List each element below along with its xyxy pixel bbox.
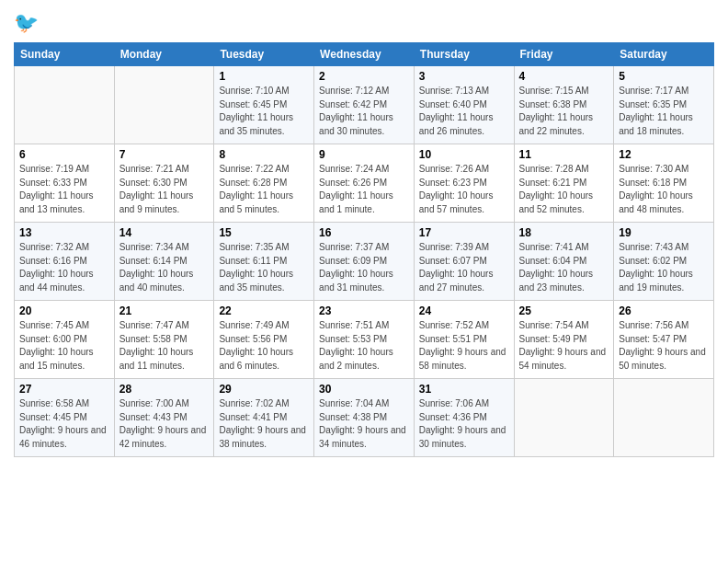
day-info: Sunrise: 7:28 AM Sunset: 6:21 PM Dayligh… bbox=[519, 163, 609, 216]
day-cell: 1Sunrise: 7:10 AM Sunset: 6:45 PM Daylig… bbox=[214, 66, 314, 144]
day-cell bbox=[514, 379, 614, 457]
day-cell: 15Sunrise: 7:35 AM Sunset: 6:11 PM Dayli… bbox=[214, 223, 314, 301]
day-info: Sunrise: 7:17 AM Sunset: 6:35 PM Dayligh… bbox=[619, 85, 709, 138]
day-cell: 19Sunrise: 7:43 AM Sunset: 6:02 PM Dayli… bbox=[614, 223, 714, 301]
day-cell: 9Sunrise: 7:24 AM Sunset: 6:26 PM Daylig… bbox=[314, 144, 415, 223]
day-cell: 14Sunrise: 7:34 AM Sunset: 6:14 PM Dayli… bbox=[114, 223, 214, 301]
day-cell: 7Sunrise: 7:21 AM Sunset: 6:30 PM Daylig… bbox=[114, 144, 214, 223]
day-cell: 10Sunrise: 7:26 AM Sunset: 6:23 PM Dayli… bbox=[414, 144, 514, 223]
day-info: Sunrise: 7:52 AM Sunset: 5:51 PM Dayligh… bbox=[419, 319, 509, 373]
day-info: Sunrise: 7:37 AM Sunset: 6:09 PM Dayligh… bbox=[319, 241, 409, 294]
day-number: 19 bbox=[619, 226, 709, 239]
day-number: 29 bbox=[219, 383, 309, 396]
logo-bird-icon: 🐦 bbox=[14, 9, 40, 35]
day-cell: 12Sunrise: 7:30 AM Sunset: 6:18 PM Dayli… bbox=[614, 144, 714, 223]
day-cell: 22Sunrise: 7:49 AM Sunset: 5:56 PM Dayli… bbox=[214, 301, 314, 379]
day-info: Sunrise: 7:39 AM Sunset: 6:07 PM Dayligh… bbox=[419, 241, 509, 294]
day-cell: 23Sunrise: 7:51 AM Sunset: 5:53 PM Dayli… bbox=[314, 301, 415, 379]
day-cell: 5Sunrise: 7:17 AM Sunset: 6:35 PM Daylig… bbox=[614, 66, 714, 144]
day-cell bbox=[15, 66, 115, 144]
day-number: 14 bbox=[119, 226, 210, 239]
day-info: Sunrise: 7:56 AM Sunset: 5:47 PM Dayligh… bbox=[619, 319, 709, 373]
day-number: 22 bbox=[219, 304, 309, 317]
day-cell: 24Sunrise: 7:52 AM Sunset: 5:51 PM Dayli… bbox=[414, 301, 514, 379]
day-info: Sunrise: 7:45 AM Sunset: 6:00 PM Dayligh… bbox=[19, 319, 109, 373]
day-cell: 11Sunrise: 7:28 AM Sunset: 6:21 PM Dayli… bbox=[514, 144, 614, 223]
day-info: Sunrise: 7:47 AM Sunset: 5:58 PM Dayligh… bbox=[119, 319, 210, 373]
day-number: 20 bbox=[19, 304, 109, 317]
day-number: 18 bbox=[519, 226, 609, 239]
week-row-3: 13Sunrise: 7:32 AM Sunset: 6:16 PM Dayli… bbox=[15, 223, 714, 301]
week-row-1: 1Sunrise: 7:10 AM Sunset: 6:45 PM Daylig… bbox=[15, 66, 714, 144]
day-number: 7 bbox=[119, 148, 210, 161]
day-number: 21 bbox=[119, 304, 210, 317]
day-info: Sunrise: 7:34 AM Sunset: 6:14 PM Dayligh… bbox=[119, 241, 210, 294]
day-number: 5 bbox=[619, 70, 709, 83]
day-cell: 6Sunrise: 7:19 AM Sunset: 6:33 PM Daylig… bbox=[15, 144, 115, 223]
day-number: 3 bbox=[419, 70, 509, 83]
week-row-5: 27Sunrise: 6:58 AM Sunset: 4:45 PM Dayli… bbox=[15, 379, 714, 457]
day-cell: 13Sunrise: 7:32 AM Sunset: 6:16 PM Dayli… bbox=[15, 223, 115, 301]
day-info: Sunrise: 7:26 AM Sunset: 6:23 PM Dayligh… bbox=[419, 163, 509, 216]
day-info: Sunrise: 7:19 AM Sunset: 6:33 PM Dayligh… bbox=[19, 163, 109, 216]
weekday-header-row: SundayMondayTuesdayWednesdayThursdayFrid… bbox=[15, 43, 714, 66]
day-info: Sunrise: 7:02 AM Sunset: 4:41 PM Dayligh… bbox=[219, 397, 309, 451]
day-cell: 8Sunrise: 7:22 AM Sunset: 6:28 PM Daylig… bbox=[214, 144, 314, 223]
day-cell bbox=[114, 66, 214, 144]
day-cell: 29Sunrise: 7:02 AM Sunset: 4:41 PM Dayli… bbox=[214, 379, 314, 457]
day-number: 6 bbox=[19, 148, 109, 161]
day-cell: 2Sunrise: 7:12 AM Sunset: 6:42 PM Daylig… bbox=[314, 66, 415, 144]
page: 🐦 SundayMondayTuesdayWednesdayThursdayFr… bbox=[0, 0, 728, 563]
day-info: Sunrise: 7:21 AM Sunset: 6:30 PM Dayligh… bbox=[119, 163, 210, 216]
day-info: Sunrise: 7:51 AM Sunset: 5:53 PM Dayligh… bbox=[319, 319, 409, 373]
weekday-thursday: Thursday bbox=[414, 43, 514, 66]
day-info: Sunrise: 6:58 AM Sunset: 4:45 PM Dayligh… bbox=[19, 397, 109, 451]
day-number: 8 bbox=[219, 148, 309, 161]
day-info: Sunrise: 7:12 AM Sunset: 6:42 PM Dayligh… bbox=[319, 85, 409, 138]
day-number: 15 bbox=[219, 226, 309, 239]
day-number: 17 bbox=[419, 226, 509, 239]
day-number: 25 bbox=[519, 304, 609, 317]
day-info: Sunrise: 7:24 AM Sunset: 6:26 PM Dayligh… bbox=[319, 163, 409, 216]
header: 🐦 bbox=[14, 9, 714, 35]
day-cell: 30Sunrise: 7:04 AM Sunset: 4:38 PM Dayli… bbox=[314, 379, 415, 457]
week-row-4: 20Sunrise: 7:45 AM Sunset: 6:00 PM Dayli… bbox=[15, 301, 714, 379]
day-info: Sunrise: 7:43 AM Sunset: 6:02 PM Dayligh… bbox=[619, 241, 709, 294]
weekday-saturday: Saturday bbox=[614, 43, 714, 66]
day-cell: 28Sunrise: 7:00 AM Sunset: 4:43 PM Dayli… bbox=[114, 379, 214, 457]
day-cell: 27Sunrise: 6:58 AM Sunset: 4:45 PM Dayli… bbox=[15, 379, 115, 457]
weekday-tuesday: Tuesday bbox=[214, 43, 314, 66]
day-info: Sunrise: 7:35 AM Sunset: 6:11 PM Dayligh… bbox=[219, 241, 309, 294]
day-number: 10 bbox=[419, 148, 509, 161]
day-cell: 20Sunrise: 7:45 AM Sunset: 6:00 PM Dayli… bbox=[15, 301, 115, 379]
day-number: 11 bbox=[519, 148, 609, 161]
weekday-friday: Friday bbox=[514, 43, 614, 66]
day-number: 30 bbox=[319, 383, 409, 396]
day-info: Sunrise: 7:06 AM Sunset: 4:36 PM Dayligh… bbox=[419, 397, 509, 451]
day-info: Sunrise: 7:30 AM Sunset: 6:18 PM Dayligh… bbox=[619, 163, 709, 216]
day-number: 31 bbox=[419, 383, 509, 396]
day-cell: 4Sunrise: 7:15 AM Sunset: 6:38 PM Daylig… bbox=[514, 66, 614, 144]
day-cell: 25Sunrise: 7:54 AM Sunset: 5:49 PM Dayli… bbox=[514, 301, 614, 379]
day-number: 28 bbox=[119, 383, 210, 396]
weekday-sunday: Sunday bbox=[15, 43, 115, 66]
day-cell bbox=[614, 379, 714, 457]
day-number: 13 bbox=[19, 226, 109, 239]
day-info: Sunrise: 7:04 AM Sunset: 4:38 PM Dayligh… bbox=[319, 397, 409, 451]
day-number: 9 bbox=[319, 148, 409, 161]
day-number: 2 bbox=[319, 70, 409, 83]
day-cell: 21Sunrise: 7:47 AM Sunset: 5:58 PM Dayli… bbox=[114, 301, 214, 379]
day-cell: 31Sunrise: 7:06 AM Sunset: 4:36 PM Dayli… bbox=[414, 379, 514, 457]
day-number: 23 bbox=[319, 304, 409, 317]
svg-text:🐦: 🐦 bbox=[14, 10, 40, 35]
day-number: 1 bbox=[219, 70, 309, 83]
day-info: Sunrise: 7:22 AM Sunset: 6:28 PM Dayligh… bbox=[219, 163, 309, 216]
weekday-monday: Monday bbox=[114, 43, 214, 66]
day-info: Sunrise: 7:54 AM Sunset: 5:49 PM Dayligh… bbox=[519, 319, 609, 373]
day-number: 27 bbox=[19, 383, 109, 396]
day-cell: 16Sunrise: 7:37 AM Sunset: 6:09 PM Dayli… bbox=[314, 223, 415, 301]
day-cell: 26Sunrise: 7:56 AM Sunset: 5:47 PM Dayli… bbox=[614, 301, 714, 379]
day-info: Sunrise: 7:10 AM Sunset: 6:45 PM Dayligh… bbox=[219, 85, 309, 138]
day-number: 4 bbox=[519, 70, 609, 83]
day-number: 12 bbox=[619, 148, 709, 161]
